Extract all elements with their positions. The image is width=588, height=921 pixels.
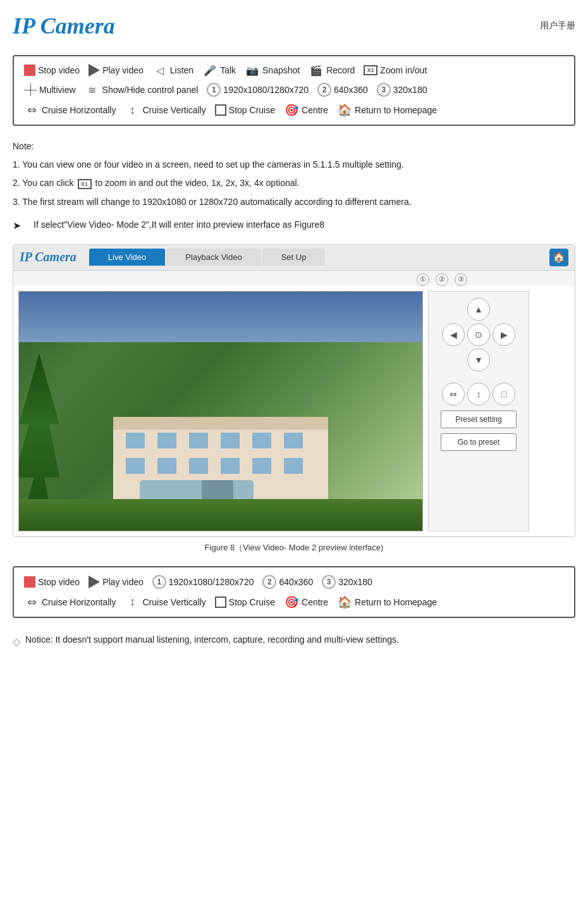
ptz-up-button[interactable]: ▲ xyxy=(467,298,490,321)
res1-label: 1920x1080/1280x720 xyxy=(223,85,309,95)
figure-caption: Figure 8（View Video- Mode 2 preview inte… xyxy=(13,542,575,553)
centre-label: Centre xyxy=(302,105,328,115)
cruise-v-icon: ↕ xyxy=(125,104,140,117)
diamond-icon: ◇ xyxy=(13,636,20,648)
page-header: IP Camera 用户手册 xyxy=(13,6,575,49)
fig-num-3: ③ xyxy=(455,273,467,286)
tool2-play-video[interactable]: Play video xyxy=(89,576,144,588)
bullet-section: ➤ If select"View Video- Mode 2",It will … xyxy=(13,219,575,232)
ptz-cruise-v-button[interactable]: ↕ xyxy=(467,383,490,405)
tool-snapshot[interactable]: 📷 Snapshot xyxy=(245,65,300,77)
cruise-h-icon: ⇔ xyxy=(24,103,39,117)
figure-section: IP Camera Live Video Playback Video Set … xyxy=(13,244,575,553)
res32-icon: 3 xyxy=(322,575,336,589)
ptz-cruise-h-button[interactable]: ⇔ xyxy=(442,383,465,405)
stop-cruise2-icon xyxy=(215,596,226,608)
tool-panel[interactable]: ≋ Show/Hide control panel xyxy=(85,84,199,96)
tool2-home[interactable]: 🏠 Return to Homepage xyxy=(337,595,437,609)
tool2-res3[interactable]: 3 320x180 xyxy=(322,575,372,589)
cruise-h2-label: Cruise Horizontally xyxy=(42,597,116,607)
logo: IP Camera xyxy=(13,13,115,39)
res12-label: 1920x1080/1280x720 xyxy=(169,577,254,587)
cruise-h2-icon: ⇔ xyxy=(24,595,39,609)
tool2-centre[interactable]: 🎯 Centre xyxy=(284,595,328,609)
res22-label: 640x360 xyxy=(279,577,313,587)
tool-zoom[interactable]: X1 Zoom in/out xyxy=(364,65,427,75)
go-to-preset-button[interactable]: Go to preset xyxy=(441,433,517,451)
tool2-cruise-h[interactable]: ⇔ Cruise Horizontally xyxy=(24,595,116,609)
res3-label: 320x180 xyxy=(393,85,427,95)
tool-cruise-v[interactable]: ↕ Cruise Vertically xyxy=(125,104,205,117)
tool-record[interactable]: 🎬 Record xyxy=(309,65,355,77)
home2-label: Return to Homepage xyxy=(355,597,437,607)
ptz-stop-button[interactable]: □ xyxy=(493,383,515,405)
tab-set-up[interactable]: Set Up xyxy=(262,249,326,266)
listen-label: Listen xyxy=(170,65,193,75)
ptz-grid: ▲ ◀ ⊙ ▶ ▼ xyxy=(442,298,515,371)
listen-icon: ◁ xyxy=(152,65,168,77)
ptz-down-button[interactable]: ▼ xyxy=(467,349,490,371)
tool-home[interactable]: 🏠 Return to Homepage xyxy=(337,103,437,117)
zoom-icon-inline: X1 xyxy=(78,179,92,189)
stop-cruise-label: Stop Cruise xyxy=(229,105,275,115)
cruise-v2-icon: ↕ xyxy=(125,595,140,609)
ptz-empty-bl xyxy=(442,349,465,371)
res32-label: 320x180 xyxy=(338,577,372,587)
preset-setting-button[interactable]: Preset setting xyxy=(441,411,517,428)
svg-rect-1 xyxy=(113,417,328,430)
tool-play-video[interactable]: Play video xyxy=(89,64,144,77)
talk-label: Talk xyxy=(220,65,236,75)
ptz-center-button[interactable]: ⊙ xyxy=(467,323,490,346)
tool2-res1[interactable]: 1 1920x1080/1280x720 xyxy=(152,575,254,589)
note-section: Note: 1. You can view one or four video … xyxy=(13,139,575,210)
tool-stop-cruise[interactable]: Stop Cruise xyxy=(215,104,275,116)
note-item-1: 1. You can view one or four video in a s… xyxy=(13,157,575,173)
toolbar-row-1: Stop video Play video ◁ Listen 🎤 Talk 📷 … xyxy=(24,64,564,77)
figure-numbers-row: ① ② ③ xyxy=(13,271,575,286)
tab-live-video[interactable]: Live Video xyxy=(89,249,165,266)
panel-icon: ≋ xyxy=(85,84,100,96)
toolbar-row-3: ⇔ Cruise Horizontally ↕ Cruise Verticall… xyxy=(24,103,564,117)
ptz-right-button[interactable]: ▶ xyxy=(493,323,515,346)
tool-talk[interactable]: 🎤 Talk xyxy=(202,65,236,77)
grass xyxy=(19,499,422,531)
tool2-stop-cruise[interactable]: Stop Cruise xyxy=(215,596,275,608)
toolbar2-row-2: ⇔ Cruise Horizontally ↕ Cruise Verticall… xyxy=(24,595,564,609)
tool-centre[interactable]: 🎯 Centre xyxy=(284,103,328,117)
panel-label: Show/Hide control panel xyxy=(102,85,199,95)
play-video-label: Play video xyxy=(102,65,144,75)
res12-icon: 1 xyxy=(152,575,166,589)
figure-home-button[interactable]: 🏠 xyxy=(549,249,568,266)
centre-icon: 🎯 xyxy=(284,103,299,117)
svg-rect-11 xyxy=(221,458,240,474)
svg-rect-8 xyxy=(126,458,145,474)
tool2-cruise-v[interactable]: ↕ Cruise Vertically xyxy=(125,595,205,609)
ptz-left-button[interactable]: ◀ xyxy=(442,323,465,346)
figure-box: IP Camera Live Video Playback Video Set … xyxy=(13,244,575,537)
ptz-empty-tl xyxy=(442,298,465,321)
tool2-stop-video[interactable]: Stop video xyxy=(24,576,80,588)
tool-res2[interactable]: 2 640x360 xyxy=(317,83,368,97)
tool-res3[interactable]: 3 320x180 xyxy=(377,83,427,97)
tool-res1[interactable]: 1 1920x1080/1280x720 xyxy=(207,83,309,97)
tool-stop-video[interactable]: Stop video xyxy=(24,65,80,76)
home-label: Return to Homepage xyxy=(355,105,437,115)
record-icon: 🎬 xyxy=(309,65,324,77)
stop2-icon xyxy=(24,576,35,588)
fig-num-1: ① xyxy=(417,273,429,286)
tool-listen[interactable]: ◁ Listen xyxy=(152,65,193,77)
note-title: Note: xyxy=(13,139,575,154)
tool-multiview[interactable]: Multiview xyxy=(24,83,76,96)
svg-rect-7 xyxy=(284,433,303,448)
toolbar2-row-1: Stop video Play video 1 1920x1080/1280x7… xyxy=(24,575,564,589)
play2-video-label: Play video xyxy=(102,577,144,587)
tab-playback-video[interactable]: Playback Video xyxy=(166,249,260,266)
tool-cruise-h[interactable]: ⇔ Cruise Horizontally xyxy=(24,103,116,117)
zoom-icon: X1 xyxy=(364,65,377,75)
tool2-res2[interactable]: 2 640x360 xyxy=(262,575,313,589)
ptz-panel: ▲ ◀ ⊙ ▶ ▼ ⇔ ↕ □ Preset setting Go to xyxy=(428,291,529,531)
note-item-2a: 2. You can click xyxy=(13,175,74,191)
centre2-icon: 🎯 xyxy=(284,595,299,609)
res2-icon: 2 xyxy=(317,83,331,97)
res22-icon: 2 xyxy=(262,575,276,589)
